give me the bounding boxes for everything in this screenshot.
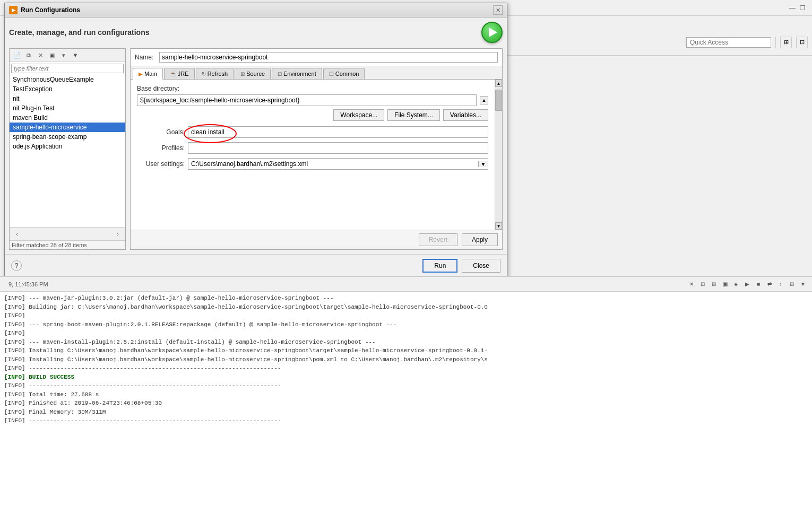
console-btn-6[interactable]: ▶: [742, 280, 752, 289]
scrollbar-down-btn[interactable]: ▼: [495, 222, 502, 230]
console-btn-5[interactable]: ◈: [731, 280, 741, 289]
base-dir-label: Base directory:: [137, 85, 488, 92]
delete-btn[interactable]: ✕: [35, 50, 46, 60]
console-line: [INFO] Building jar: C:\Users\manoj.bard…: [4, 303, 808, 312]
action-buttons-row: Revert Apply: [131, 230, 502, 249]
tab-main-label: Main: [144, 71, 157, 77]
revert-btn[interactable]: Revert: [419, 233, 457, 246]
left-panel: 📄 ⧉ ✕ ▣ ▾ ▼ SynchronousQueueExample: [9, 48, 126, 250]
name-label: Name:: [135, 54, 156, 61]
nav-back-btn[interactable]: ‹: [12, 229, 22, 239]
tab-environment[interactable]: ⊡ Environment: [272, 68, 322, 79]
list-item-selected[interactable]: sample-hello-microservice: [10, 123, 125, 132]
console-btn-2[interactable]: ⊡: [698, 280, 707, 289]
console-line: [INFO] --- spring-boot-maven-plugin:2.0.…: [4, 320, 808, 329]
filter-input[interactable]: [11, 64, 124, 73]
console-toolbar: 9, 11:45:36 PM ✕ ⊡ ⊞ ▣ ◈ ▶ ■ ⇌ ↕ ⊟ ▼: [0, 277, 812, 292]
base-dir-section: Base directory: ▲ Workspace... File Syst…: [137, 85, 488, 121]
console-btn-9[interactable]: ↕: [776, 280, 785, 289]
console-btn-3[interactable]: ⊞: [709, 280, 719, 289]
base-dir-buttons: Workspace... File System... Variables...: [137, 109, 488, 121]
dialog-title-left: ▶ Run Configurations: [9, 6, 80, 14]
dialog-icon: ▶: [9, 6, 18, 14]
scrollbar-up-btn[interactable]: ▲: [495, 80, 502, 87]
base-dir-input[interactable]: [137, 94, 477, 106]
new-config-btn[interactable]: 📄: [12, 50, 22, 60]
console-btn-11[interactable]: ▼: [798, 280, 808, 289]
tab-main[interactable]: ▶ Main: [133, 68, 163, 80]
quick-access-input[interactable]: [686, 37, 771, 48]
name-input[interactable]: [159, 52, 498, 63]
right-panel: Name: ▶ Main ☕ JRE: [130, 48, 503, 250]
list-item[interactable]: nit: [10, 94, 125, 103]
user-settings-input-wrap: ▼: [188, 158, 488, 170]
base-dir-input-row: ▲: [137, 94, 488, 106]
tab-content-main: Base directory: ▲ Workspace... File Syst…: [131, 80, 495, 230]
filter-wrap: [10, 62, 125, 75]
tab-jre[interactable]: ☕ JRE: [164, 68, 195, 79]
dialog-close-button[interactable]: ✕: [493, 5, 503, 15]
dialog-title-text: Run Configurations: [21, 6, 80, 14]
base-dir-scroll-btn[interactable]: ▲: [480, 96, 488, 104]
close-btn[interactable]: Close: [462, 259, 500, 273]
console-line: [INFO] --- maven-jar-plugin:3.0.2:jar (d…: [4, 294, 808, 303]
minimize-btn[interactable]: —: [787, 3, 798, 13]
list-item[interactable]: maven Build: [10, 113, 125, 123]
console-btn-7[interactable]: ■: [754, 280, 763, 289]
run-btn[interactable]: Run: [422, 259, 457, 273]
run-triangle-icon: [489, 28, 497, 37]
console-line: [INFO] Installing C:\Users\manoj.bardhan…: [4, 355, 808, 364]
ide-background: — ❐ ⊞ ⊡ ▶ Run Configurations ✕ Create, m…: [0, 0, 812, 515]
console-line: [INFO] ---------------------------------…: [4, 364, 808, 373]
variables-btn[interactable]: Variables...: [443, 109, 488, 121]
scrollbar-track: [495, 87, 502, 222]
help-btn[interactable]: ?: [11, 260, 22, 271]
tab-jre-label: JRE: [178, 71, 189, 77]
scrollbar-thumb[interactable]: [495, 90, 502, 111]
nav-forward-btn[interactable]: ›: [113, 229, 123, 239]
more-btn[interactable]: ▼: [70, 50, 81, 60]
user-settings-input[interactable]: [188, 159, 478, 169]
console-line: [INFO] ---------------------------------…: [4, 381, 808, 390]
tab-refresh[interactable]: ↻ Refresh: [196, 68, 234, 79]
tab-content-wrapper: Base directory: ▲ Workspace... File Syst…: [131, 80, 502, 230]
duplicate-btn[interactable]: ⧉: [23, 50, 34, 60]
list-item[interactable]: ode.js Application: [10, 142, 125, 151]
console-btn-8[interactable]: ⇌: [765, 280, 774, 289]
env-tab-icon: ⊡: [278, 71, 282, 77]
profiles-row: Profiles:: [137, 142, 488, 154]
collapse-btn[interactable]: ▣: [47, 50, 57, 60]
name-row: Name:: [131, 49, 502, 66]
list-item[interactable]: SynchronousQueueExample: [10, 75, 125, 84]
tab-source[interactable]: ⊞ Source: [235, 68, 271, 79]
console-btn-10[interactable]: ⊟: [787, 280, 797, 289]
console-line: [INFO] Installing C:\Users\manoj.bardhan…: [4, 346, 808, 355]
console-area: 9, 11:45:36 PM ✕ ⊡ ⊞ ▣ ◈ ▶ ■ ⇌ ↕ ⊟ ▼ [IN…: [0, 276, 812, 515]
apply-btn[interactable]: Apply: [462, 233, 498, 246]
tab-common-label: Common: [335, 71, 359, 77]
expand-btn[interactable]: ▾: [58, 50, 69, 60]
goals-label: Goals:: [137, 128, 185, 136]
goals-input[interactable]: [188, 126, 488, 138]
console-line: [INFO] Final Memory: 30M/311M: [4, 408, 808, 417]
workspace-btn[interactable]: Workspace...: [333, 109, 384, 121]
maximize-btn[interactable]: ❐: [798, 3, 808, 13]
console-line-success: [INFO] BUILD SUCCESS: [4, 373, 808, 382]
list-item[interactable]: nit Plug-in Test: [10, 103, 125, 113]
console-btn-4[interactable]: ▣: [720, 280, 730, 289]
dialog-footer: ? Run Close: [5, 254, 507, 277]
list-item[interactable]: TestException: [10, 84, 125, 94]
quick-access-bar: ⊞ ⊡: [504, 29, 812, 56]
console-timestamp: 9, 11:45:36 PM: [4, 281, 53, 287]
user-settings-dropdown-btn[interactable]: ▼: [478, 161, 488, 167]
toolbar-icon-btn-2[interactable]: ⊡: [796, 37, 808, 48]
run-green-button[interactable]: [481, 22, 503, 43]
common-tab-icon: ☐: [329, 71, 334, 77]
console-line: [INFO]: [4, 329, 808, 338]
console-btn-1[interactable]: ✕: [687, 280, 696, 289]
filesystem-btn[interactable]: File System...: [387, 109, 440, 121]
list-item[interactable]: spring-bean-scope-examp: [10, 132, 125, 142]
profiles-input[interactable]: [188, 142, 488, 154]
toolbar-icon-btn-1[interactable]: ⊞: [780, 37, 792, 48]
tab-common[interactable]: ☐ Common: [323, 68, 365, 79]
